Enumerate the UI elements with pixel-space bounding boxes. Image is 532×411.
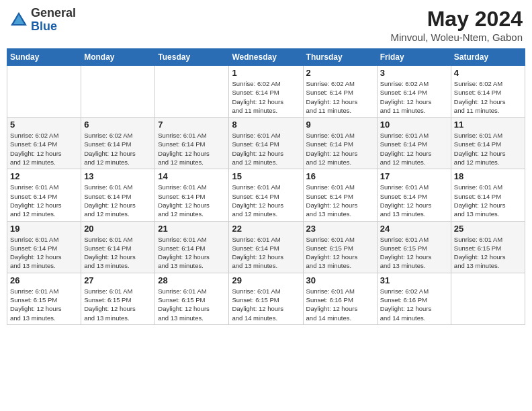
day-number: 10 [380,120,448,130]
calendar-cell: 24Sunrise: 6:01 AM Sunset: 6:15 PM Dayli… [377,221,451,273]
weekday-header-friday: Friday [377,49,451,66]
calendar-cell: 22Sunrise: 6:01 AM Sunset: 6:14 PM Dayli… [229,221,303,273]
calendar-cell [451,273,525,324]
day-info: Sunrise: 6:01 AM Sunset: 6:15 PM Dayligh… [84,287,152,322]
day-info: Sunrise: 6:02 AM Sunset: 6:14 PM Dayligh… [84,131,152,167]
calendar-table: SundayMondayTuesdayWednesdayThursdayFrid… [7,48,525,325]
day-number: 18 [454,171,522,181]
calendar-week-row: 5Sunrise: 6:02 AM Sunset: 6:14 PM Daylig… [7,118,525,169]
calendar-cell: 29Sunrise: 6:01 AM Sunset: 6:15 PM Dayli… [229,273,303,324]
location-title: Minvoul, Woleu-Ntem, Gabon [391,32,523,43]
calendar-cell: 15Sunrise: 6:01 AM Sunset: 6:14 PM Dayli… [229,169,303,221]
day-number: 24 [380,224,448,234]
weekday-header-thursday: Thursday [303,49,377,66]
calendar-cell: 11Sunrise: 6:01 AM Sunset: 6:14 PM Dayli… [451,118,525,169]
calendar-cell: 5Sunrise: 6:02 AM Sunset: 6:14 PM Daylig… [7,118,81,169]
calendar-cell [155,66,229,118]
day-number: 12 [10,171,78,181]
day-info: Sunrise: 6:01 AM Sunset: 6:15 PM Dayligh… [454,235,522,271]
calendar-cell: 18Sunrise: 6:01 AM Sunset: 6:14 PM Dayli… [451,169,525,221]
day-info: Sunrise: 6:01 AM Sunset: 6:14 PM Dayligh… [380,183,448,218]
day-number: 20 [84,224,152,234]
calendar-week-row: 26Sunrise: 6:01 AM Sunset: 6:15 PM Dayli… [7,273,525,324]
day-info: Sunrise: 6:01 AM Sunset: 6:14 PM Dayligh… [306,131,374,167]
day-info: Sunrise: 6:02 AM Sunset: 6:14 PM Dayligh… [306,79,374,115]
logo: General Blue [9,7,76,34]
page-header: General Blue May 2024 Minvoul, Woleu-Nte… [7,7,525,43]
day-number: 9 [306,120,374,130]
day-info: Sunrise: 6:01 AM Sunset: 6:14 PM Dayligh… [158,235,226,271]
day-info: Sunrise: 6:02 AM Sunset: 6:16 PM Dayligh… [380,287,448,322]
day-number: 29 [232,275,300,285]
day-info: Sunrise: 6:01 AM Sunset: 6:14 PM Dayligh… [232,131,300,167]
day-number: 4 [454,68,522,78]
weekday-header-row: SundayMondayTuesdayWednesdayThursdayFrid… [7,49,525,66]
calendar-cell: 17Sunrise: 6:01 AM Sunset: 6:14 PM Dayli… [377,169,451,221]
day-number: 5 [10,120,78,130]
day-info: Sunrise: 6:01 AM Sunset: 6:14 PM Dayligh… [158,131,226,167]
day-info: Sunrise: 6:02 AM Sunset: 6:14 PM Dayligh… [454,79,522,115]
day-info: Sunrise: 6:02 AM Sunset: 6:14 PM Dayligh… [380,79,448,115]
day-info: Sunrise: 6:01 AM Sunset: 6:15 PM Dayligh… [232,287,300,322]
calendar-cell: 12Sunrise: 6:01 AM Sunset: 6:14 PM Dayli… [7,169,81,221]
day-info: Sunrise: 6:01 AM Sunset: 6:14 PM Dayligh… [232,183,300,218]
calendar-cell: 26Sunrise: 6:01 AM Sunset: 6:15 PM Dayli… [7,273,81,324]
calendar-cell: 1Sunrise: 6:02 AM Sunset: 6:14 PM Daylig… [229,66,303,118]
month-title: May 2024 [391,7,523,32]
calendar-cell: 30Sunrise: 6:01 AM Sunset: 6:16 PM Dayli… [303,273,377,324]
calendar-cell: 7Sunrise: 6:01 AM Sunset: 6:14 PM Daylig… [155,118,229,169]
calendar-cell: 6Sunrise: 6:02 AM Sunset: 6:14 PM Daylig… [81,118,155,169]
calendar-week-row: 12Sunrise: 6:01 AM Sunset: 6:14 PM Dayli… [7,169,525,221]
day-number: 3 [380,68,448,78]
calendar-cell [7,66,81,118]
calendar-cell: 20Sunrise: 6:01 AM Sunset: 6:14 PM Dayli… [81,221,155,273]
day-number: 25 [454,224,522,234]
calendar-cell: 31Sunrise: 6:02 AM Sunset: 6:16 PM Dayli… [377,273,451,324]
weekday-header-wednesday: Wednesday [229,49,303,66]
day-number: 15 [232,171,300,181]
day-info: Sunrise: 6:02 AM Sunset: 6:14 PM Dayligh… [10,131,78,167]
day-number: 31 [380,275,448,285]
day-number: 21 [158,224,226,234]
calendar-cell: 8Sunrise: 6:01 AM Sunset: 6:14 PM Daylig… [229,118,303,169]
weekday-header-saturday: Saturday [451,49,525,66]
day-number: 1 [232,68,300,78]
calendar-cell: 19Sunrise: 6:01 AM Sunset: 6:14 PM Dayli… [7,221,81,273]
calendar-cell: 10Sunrise: 6:01 AM Sunset: 6:14 PM Dayli… [377,118,451,169]
day-info: Sunrise: 6:01 AM Sunset: 6:14 PM Dayligh… [380,131,448,167]
day-number: 13 [84,171,152,181]
day-number: 28 [158,275,226,285]
day-number: 11 [454,120,522,130]
day-number: 6 [84,120,152,130]
day-info: Sunrise: 6:02 AM Sunset: 6:14 PM Dayligh… [232,79,300,115]
logo-blue-text: Blue [31,19,57,33]
day-number: 30 [306,275,374,285]
calendar-week-row: 19Sunrise: 6:01 AM Sunset: 6:14 PM Dayli… [7,221,525,273]
calendar-cell: 2Sunrise: 6:02 AM Sunset: 6:14 PM Daylig… [303,66,377,118]
calendar-week-row: 1Sunrise: 6:02 AM Sunset: 6:14 PM Daylig… [7,66,525,118]
day-info: Sunrise: 6:01 AM Sunset: 6:14 PM Dayligh… [158,183,226,218]
calendar-cell: 3Sunrise: 6:02 AM Sunset: 6:14 PM Daylig… [377,66,451,118]
day-info: Sunrise: 6:01 AM Sunset: 6:15 PM Dayligh… [380,235,448,271]
day-number: 22 [232,224,300,234]
logo-general-text: General [31,6,76,19]
day-number: 17 [380,171,448,181]
day-number: 19 [10,224,78,234]
calendar-cell: 9Sunrise: 6:01 AM Sunset: 6:14 PM Daylig… [303,118,377,169]
day-number: 2 [306,68,374,78]
calendar-cell: 21Sunrise: 6:01 AM Sunset: 6:14 PM Dayli… [155,221,229,273]
weekday-header-tuesday: Tuesday [155,49,229,66]
day-info: Sunrise: 6:01 AM Sunset: 6:14 PM Dayligh… [232,235,300,271]
day-info: Sunrise: 6:01 AM Sunset: 6:14 PM Dayligh… [10,183,78,218]
weekday-header-sunday: Sunday [7,49,81,66]
day-info: Sunrise: 6:01 AM Sunset: 6:14 PM Dayligh… [454,131,522,167]
day-info: Sunrise: 6:01 AM Sunset: 6:14 PM Dayligh… [10,235,78,271]
calendar-cell: 23Sunrise: 6:01 AM Sunset: 6:15 PM Dayli… [303,221,377,273]
calendar-cell: 13Sunrise: 6:01 AM Sunset: 6:14 PM Dayli… [81,169,155,221]
day-number: 23 [306,224,374,234]
day-info: Sunrise: 6:01 AM Sunset: 6:16 PM Dayligh… [306,287,374,322]
day-info: Sunrise: 6:01 AM Sunset: 6:14 PM Dayligh… [84,183,152,218]
day-number: 16 [306,171,374,181]
title-block: May 2024 Minvoul, Woleu-Ntem, Gabon [391,7,523,43]
day-info: Sunrise: 6:01 AM Sunset: 6:15 PM Dayligh… [306,235,374,271]
